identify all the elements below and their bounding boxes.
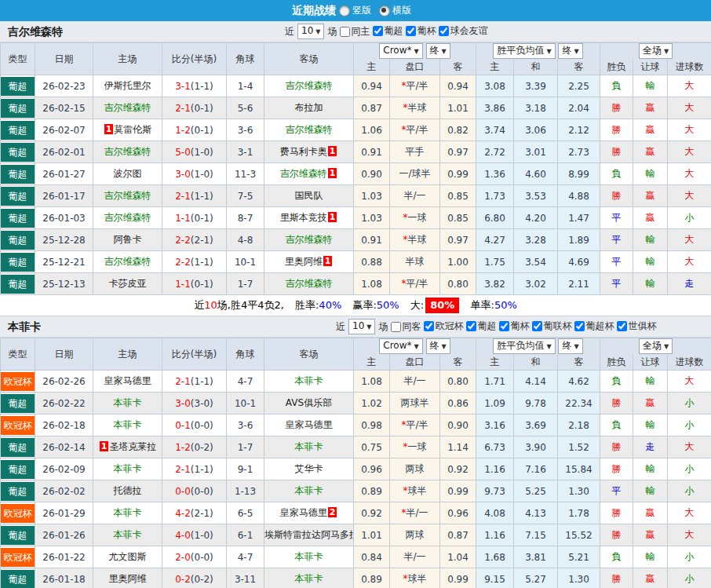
odds-away-value: 1.01 <box>440 97 476 119</box>
games-count-select[interactable]: 10▼ <box>348 319 375 334</box>
same-venue-checkbox[interactable] <box>340 27 350 37</box>
league-filter[interactable]: 球会友谊 <box>437 24 487 38</box>
result-group: 全场▼ <box>600 338 711 355</box>
redcard-badge: 1 <box>328 168 337 178</box>
avg-source-select[interactable]: 胜平负均值▼ <box>493 338 555 354</box>
score-cell: 2-2(1-1) <box>162 251 227 273</box>
league-checkbox[interactable] <box>406 26 416 36</box>
avg-draw-value: 3.02 <box>514 273 558 295</box>
league-checkbox[interactable] <box>424 321 434 331</box>
star-mark: * <box>403 102 408 113</box>
handicap-value: 半/一 <box>390 371 440 393</box>
score-cell: 3-1(1-1) <box>162 75 227 97</box>
league-filter[interactable]: 葡杯 <box>498 320 529 333</box>
league-checkbox[interactable] <box>617 321 627 331</box>
result-goals: 大 <box>668 436 711 458</box>
fulltime-score: 2-1 <box>175 191 191 202</box>
result-handicap: 輸 <box>633 546 668 568</box>
halftime-score: (1-0) <box>191 147 213 158</box>
col-handicap: 盘口 <box>390 355 440 371</box>
corners-cell: 1-7 <box>227 273 264 295</box>
halftime-score: (1-0) <box>191 530 213 541</box>
corners-cell: 7-5 <box>227 185 264 207</box>
league-checkbox[interactable] <box>574 321 585 331</box>
odds-home-value: 1.03 <box>354 207 390 229</box>
league-filter[interactable]: 葡杯 <box>404 24 436 38</box>
result-wdl: 勝 <box>600 568 633 588</box>
odds-away-value: 1.04 <box>440 546 476 568</box>
result-wdl: 平 <box>600 273 633 295</box>
match-row: 葡超25-12-21吉尔维森特2-2(1-1)10-1里奥阿维10.88半球1.… <box>1 251 711 273</box>
scope-select[interactable]: 全场▼ <box>639 43 673 59</box>
home-team: 吉尔维森特 <box>93 185 162 207</box>
avg-source-select[interactable]: 胜平负均值▼ <box>493 43 555 59</box>
match-row: 欧冠杯26-01-22尤文图斯2-0(0-0)4-7本菲卡0.84半/一1.04… <box>1 546 711 568</box>
corners-cell: 1-7 <box>227 436 264 458</box>
same-venue-checkbox[interactable] <box>391 322 401 332</box>
odds-final-select[interactable]: 终▼ <box>426 338 450 354</box>
league-checkbox[interactable] <box>532 321 542 331</box>
vertical-radio-label[interactable]: 竖版 <box>352 4 371 17</box>
match-row: 葡超26-02-22本菲卡3-0(3-0)10-1AVS俱乐部1.02两球半0.… <box>1 393 711 415</box>
avg-final-select[interactable]: 终▼ <box>558 43 582 59</box>
fulltime-score: 1-2 <box>175 125 191 136</box>
league-checkbox[interactable] <box>499 321 509 331</box>
avg-final-select[interactable]: 终▼ <box>558 338 582 354</box>
fulltime-score: 4-2 <box>175 508 191 519</box>
chevron-down-icon: ▼ <box>664 48 669 55</box>
league-filter[interactable]: 葡联杯 <box>531 320 571 333</box>
corners-cell: 4-7 <box>227 546 264 568</box>
league-badge: 葡超 <box>1 121 35 140</box>
match-date: 26-01-17 <box>35 185 93 207</box>
league-filter[interactable]: 葡超 <box>371 24 403 38</box>
away-team: 吉尔维森特 <box>264 273 354 295</box>
handicap-value: *球半 <box>390 480 440 502</box>
handicap-value: *半/一 <box>390 502 440 524</box>
horizontal-radio[interactable] <box>379 5 390 16</box>
league-badge: 葡超 <box>1 253 35 272</box>
col-avg-away: 客 <box>558 355 600 371</box>
league-cell: 葡超 <box>1 207 35 229</box>
league-checkbox[interactable] <box>466 321 476 331</box>
fulltime-score: 2-2 <box>175 235 191 246</box>
league-badge: 欧冠杯 <box>1 372 35 391</box>
chevron-down-icon: ▼ <box>315 28 320 35</box>
league-checkbox[interactable] <box>439 26 449 36</box>
games-count-select[interactable]: 10▼ <box>297 24 324 39</box>
odds-source-select[interactable]: Crow*▼ <box>379 43 422 59</box>
scope-select[interactable]: 全场▼ <box>639 338 673 354</box>
match-date: 26-02-23 <box>35 75 93 97</box>
odds-away-value: 0.87 <box>440 524 476 546</box>
col-res-wdl: 胜负 <box>600 355 633 371</box>
avg-away-value: 4.62 <box>558 371 600 393</box>
chevron-down-icon: ▼ <box>574 48 578 55</box>
result-goals: 大 <box>668 502 711 524</box>
odds-source-select[interactable]: Crow*▼ <box>379 338 422 354</box>
vertical-radio[interactable] <box>339 5 350 16</box>
col-home: 主场 <box>93 338 162 371</box>
odds-away-value: 0.92 <box>440 458 476 480</box>
result-wdl: 負 <box>600 371 633 393</box>
league-filter[interactable]: 葡超 <box>465 320 496 333</box>
handicap-value: *半球 <box>390 229 440 251</box>
home-team: 1莫雷伦斯 <box>93 119 162 141</box>
league-badge: 葡超 <box>1 438 35 457</box>
avg-away-value: 4.88 <box>558 185 600 207</box>
corners-cell: 9-1 <box>227 458 264 480</box>
odds-away-value: 0.96 <box>440 502 476 524</box>
chevron-down-icon: ▼ <box>442 343 447 350</box>
league-filter[interactable]: 葡超杯 <box>573 320 614 333</box>
same-venue-filter[interactable]: 同客 <box>389 320 421 334</box>
avg-away-value: 22.34 <box>558 393 600 415</box>
handicap-value: 半/一 <box>390 546 440 568</box>
horizontal-radio-label[interactable]: 横版 <box>392 4 411 17</box>
odds-away-value: 0.82 <box>440 119 476 141</box>
odds-final-select[interactable]: 终▼ <box>426 43 450 59</box>
league-filter[interactable]: 欧冠杯 <box>422 320 463 333</box>
col-res-wdl: 胜负 <box>600 60 633 75</box>
league-checkbox[interactable] <box>373 26 383 36</box>
matches-table-gil-vicente: 类型 日期 主场 比分(半场) 角球 客场 Crow*▼ 终▼ 胜平负均值▼ 终… <box>0 42 711 295</box>
same-venue-filter[interactable]: 同主 <box>338 25 370 38</box>
league-filter[interactable]: 世俱杯 <box>615 320 656 333</box>
avg-away-value: 2.25 <box>558 75 600 97</box>
